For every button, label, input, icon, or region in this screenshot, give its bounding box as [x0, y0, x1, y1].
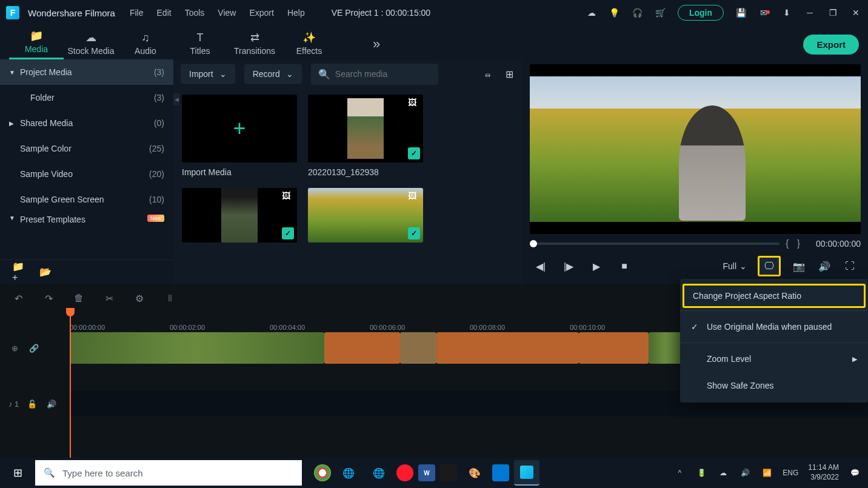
volume-button[interactable]: 🔊	[817, 259, 832, 273]
video-clip[interactable]	[436, 332, 579, 364]
media-thumb[interactable]: 🖼 ✓	[308, 95, 423, 162]
search-media-box[interactable]: 🔍	[311, 64, 438, 85]
scrubber[interactable]	[530, 242, 780, 245]
in-out-brackets[interactable]: { }	[786, 238, 800, 249]
snapshot-button[interactable]: 📷	[792, 259, 806, 273]
video-clip[interactable]	[579, 332, 649, 364]
quality-dropdown[interactable]: Full⌄	[723, 261, 747, 271]
export-button[interactable]: Export	[803, 35, 859, 55]
language-indicator[interactable]: ENG	[783, 469, 798, 477]
grid-view-icon[interactable]: ⊞	[503, 68, 515, 80]
playhead[interactable]	[70, 313, 71, 476]
edge-icon[interactable]: 🌐	[366, 460, 392, 486]
link-track-icon[interactable]: 🔗	[28, 342, 40, 354]
filmora-taskbar-icon[interactable]	[514, 460, 539, 486]
sidebar-item-project-media[interactable]: ▼Project Media(3)	[0, 59, 173, 85]
popup-use-original[interactable]: ✓Use Original Media when paused	[680, 313, 868, 340]
download-icon[interactable]: ⬇	[781, 7, 793, 19]
menu-tools[interactable]: Tools	[185, 8, 205, 18]
search-input[interactable]	[335, 69, 441, 79]
import-dropdown[interactable]: Import⌄	[181, 64, 235, 84]
login-button[interactable]: Login	[678, 5, 724, 21]
opera-icon[interactable]	[396, 464, 413, 481]
sidebar-item-shared-media[interactable]: ▶Shared Media(0)	[0, 110, 173, 136]
close-icon[interactable]: ✕	[850, 7, 862, 19]
open-folder-icon[interactable]: 📂	[39, 266, 52, 278]
tab-effects[interactable]: ✨Effects	[282, 31, 336, 59]
photos-icon[interactable]	[492, 464, 509, 481]
tab-stock-media[interactable]: ☁Stock Media	[64, 31, 118, 59]
redo-button[interactable]: ↷	[42, 292, 55, 304]
aspect-ratio-button[interactable]: 🖵	[758, 256, 781, 276]
filter-icon[interactable]: ⏛	[482, 68, 494, 80]
media-item[interactable]: 🖼 ✓	[182, 188, 297, 242]
taskbar-search[interactable]: 🔍Type here to search	[35, 460, 302, 486]
cart-icon[interactable]: 🛒	[655, 7, 667, 19]
media-thumb[interactable]: 🖼 ✓	[182, 188, 297, 242]
save-icon[interactable]: 💾	[735, 7, 747, 19]
wifi-icon[interactable]: 📶	[761, 467, 773, 479]
sidebar-item-sample-color[interactable]: Sample Color(25)	[0, 136, 173, 161]
menu-export[interactable]: Export	[249, 8, 273, 18]
video-clip[interactable]	[649, 332, 682, 364]
sidebar-item-folder[interactable]: Folder(3)	[0, 85, 173, 110]
paint-icon[interactable]: 🎨	[462, 460, 487, 486]
tray-expand-icon[interactable]: ^	[673, 467, 686, 479]
menu-view[interactable]: View	[218, 8, 236, 18]
split-button[interactable]: ✂	[103, 292, 115, 304]
start-button[interactable]: ⊞	[0, 458, 35, 488]
maximize-icon[interactable]: ❐	[827, 7, 839, 19]
minimize-icon[interactable]: ─	[804, 7, 816, 19]
settings-button[interactable]: ⚙	[133, 292, 145, 304]
import-thumb[interactable]: +	[182, 95, 297, 162]
fullscreen-button[interactable]: ⛶	[843, 259, 857, 273]
play-button[interactable]: ▶	[589, 259, 604, 273]
tab-transitions[interactable]: ⇄Transitions	[227, 31, 282, 59]
sidebar-item-sample-video[interactable]: Sample Video(20)	[0, 161, 173, 187]
menu-file[interactable]: File	[130, 8, 144, 18]
popup-change-aspect[interactable]: Change Project Aspect Ratio	[683, 284, 866, 308]
volume-icon[interactable]: 🔊	[739, 467, 751, 479]
mute-icon[interactable]: 🔊	[45, 398, 58, 410]
media-item[interactable]: 🖼 ✓	[308, 188, 423, 242]
lightbulb-icon[interactable]: 💡	[609, 7, 621, 19]
media-item[interactable]: 🖼 ✓ 20220130_162938	[308, 95, 423, 177]
resolve-icon[interactable]	[440, 464, 457, 481]
video-clip[interactable]	[70, 332, 324, 364]
next-frame-button[interactable]: |▶	[561, 259, 576, 273]
tab-audio[interactable]: ♫Audio	[118, 32, 173, 59]
notifications-icon[interactable]: 💬	[849, 467, 861, 479]
tab-titles[interactable]: TTitles	[173, 32, 227, 59]
playhead-handle[interactable]	[66, 308, 75, 316]
new-folder-icon[interactable]: 📁+	[12, 266, 24, 278]
record-dropdown[interactable]: Record⌄	[244, 64, 302, 84]
sidebar-item-preset-templates[interactable]: ▼Preset TemplatesNew	[0, 212, 173, 226]
headset-icon[interactable]: 🎧	[632, 7, 644, 19]
menu-edit[interactable]: Edit	[157, 8, 172, 18]
media-thumb[interactable]: 🖼 ✓	[308, 188, 423, 242]
scrubber-handle[interactable]	[530, 240, 537, 247]
preview-video[interactable]	[530, 64, 861, 234]
chrome-icon[interactable]	[314, 464, 331, 481]
popup-safe-zones[interactable]: Show Safe Zones	[680, 372, 868, 399]
delete-button[interactable]: 🗑	[73, 292, 85, 304]
popup-zoom-level[interactable]: Zoom Level▶	[680, 346, 868, 372]
expand-icon[interactable]: »	[373, 36, 380, 59]
audio-edit-button[interactable]: ⫴	[164, 292, 176, 304]
menu-help[interactable]: Help	[287, 8, 305, 18]
undo-button[interactable]: ↶	[12, 292, 24, 304]
video-clip[interactable]	[324, 332, 400, 364]
mail-icon[interactable]: ✉	[758, 7, 770, 19]
tray-clock[interactable]: 11:14 AM 3/9/2022	[808, 463, 839, 482]
lock-icon[interactable]: 🔓	[26, 398, 38, 410]
sidebar-item-sample-green[interactable]: Sample Green Screen(10)	[0, 187, 173, 212]
cloud-icon[interactable]: ☁	[586, 7, 598, 19]
panel-splitter[interactable]: ◀	[173, 93, 179, 105]
video-clip[interactable]	[400, 332, 436, 364]
prev-frame-button[interactable]: ◀|	[533, 259, 548, 273]
lock-track-icon[interactable]: ⊕	[8, 342, 21, 354]
media-item-import[interactable]: + Import Media	[182, 95, 297, 177]
stop-button[interactable]: ■	[617, 259, 632, 273]
word-icon[interactable]: W	[418, 464, 435, 481]
onedrive-icon[interactable]: ☁	[717, 467, 729, 479]
